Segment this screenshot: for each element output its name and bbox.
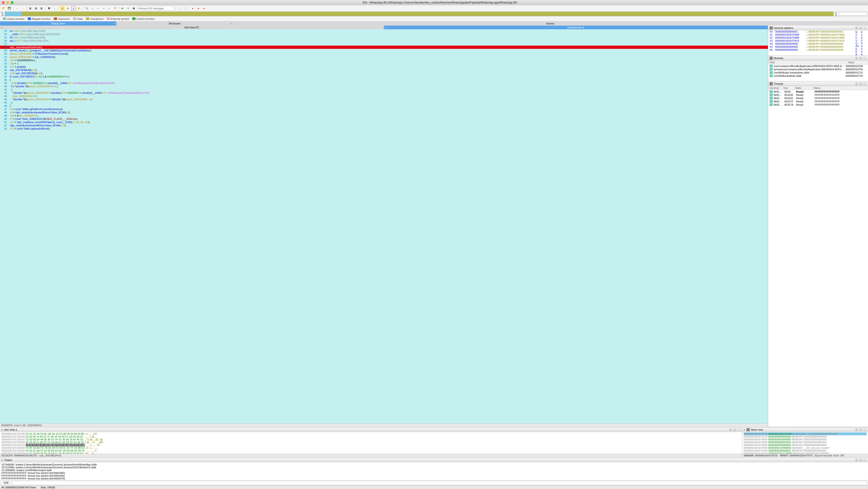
highlight-icon[interactable]: A [60,6,65,11]
panel-btn[interactable]: ⊡ [733,428,737,431]
close-window-icon[interactable] [2,1,5,4]
window-controls [2,1,13,4]
hex-body[interactable]: 0000000103C9A330 F3 41 2E 94 F0 AC 00 D0… [0,432,742,454]
stack-body[interactable]: 000000016DA7FA70 00000001BD234360 libdyl… [742,432,868,454]
titlebar: IDA - WhatsApp.i64 (WhatsApp) /Users/cri… [0,0,868,5]
gdb-input[interactable] [12,481,867,485]
nav-bar: ▶◀ ▶◀ [0,12,868,16]
stop-icon[interactable]: ✕ [113,6,117,11]
nav-search-input[interactable] [839,12,867,15]
stack-status: UNKNOWN 000000016DA7FA70: MEMORY:0000000… [742,454,868,457]
panel-title: Modules [774,57,783,60]
pseudocode-view[interactable]: 23 int v24; // [xsp+28h] [xbp-2D8h]24 __… [0,29,768,423]
tab-ida-view[interactable]: ×IDA View-PC [0,26,384,29]
hex-status: 0191A370 0000000103C9A370: sub_103C9A334… [0,454,742,457]
registers-icon [770,26,773,30]
panel-btn[interactable]: ⊟ [855,26,858,30]
op-icon[interactable]: ÷ [90,6,95,11]
panel-btn[interactable]: ⊡ [859,428,862,431]
panel-title: Threads [774,83,783,85]
zoom-icon[interactable]: 🔍 [85,6,89,11]
nav-arrows-right[interactable]: ▶◀ [834,12,838,16]
op-icon[interactable]: ÷ [96,6,100,11]
back-icon[interactable]: ← [15,6,19,11]
registers-body[interactable]: X0 0000000000000001↘ MEMORY:000000000000… [768,30,868,56]
legend-label: Data [77,18,83,20]
bp-icon[interactable]: ● [190,6,195,11]
tab-structures[interactable]: Structures× [116,22,233,26]
panel-btn[interactable]: ⊟ [855,428,858,431]
panel-btn[interactable]: × [863,428,867,431]
modules-body[interactable]: /var/containers/Bundle/Application/2BE96… [768,64,868,81]
panel-btn[interactable]: ⊟ [855,57,858,60]
close-icon[interactable]: × [1,428,3,431]
col-header[interactable]: Hex [782,86,794,90]
pause-icon[interactable]: ⏸ [126,6,130,11]
close-icon[interactable]: × [114,22,115,25]
tool-icon[interactable]: ▦ [34,6,38,11]
col-header[interactable]: Decimal [768,86,782,90]
down-icon[interactable]: ↓ [52,6,57,11]
col-header[interactable]: Path [768,61,847,64]
modules-icon [770,57,773,60]
panel-btn[interactable]: ⊟ [729,428,732,431]
panel-btn[interactable]: × [737,428,741,431]
panel-btn[interactable]: × [863,458,867,461]
threads-body[interactable]: 6691...661B...ReadyFFFFFFFFFFFFFFFF6692.… [768,90,868,427]
gdb-button[interactable]: GDB [1,481,11,485]
legend-label: External symbol [111,18,129,20]
tab-debug-view[interactable]: Debug View× [0,22,116,26]
zoom-window-icon[interactable] [11,1,13,4]
nav-arrows[interactable]: ▶◀ [0,12,5,16]
op-icon[interactable]: ÷ [107,6,112,11]
stop-debug-icon[interactable]: ◼ [131,6,136,11]
panel-btn[interactable]: ⊟ [855,458,858,461]
close-icon[interactable]: × [1,26,2,29]
text-icon[interactable]: A [66,6,70,11]
panel-btn[interactable]: × [863,26,867,30]
tab-pseudocode[interactable]: ×Pseudocode-A [384,26,768,29]
legend-bar: Library function Regular function Instru… [0,16,868,22]
panel-btn[interactable]: ⊡ [859,26,862,30]
close-icon[interactable]: × [385,26,386,29]
close-icon[interactable]: × [230,22,232,25]
col-header[interactable]: Base [847,61,868,64]
circle-icon[interactable]: ◐ [77,6,82,11]
col-header[interactable]: State [794,86,812,90]
forward-icon[interactable]: → [20,6,25,11]
open-icon[interactable]: 📂 [1,6,6,11]
box-icon[interactable]: A [71,6,76,11]
output-body[interactable]: 107340000: loaded /Library/MobileSubstra… [0,462,868,480]
sub-tabs: ×IDA View-PC ×Pseudocode-A [0,26,768,29]
col-header[interactable]: Name [812,86,868,90]
run-icon[interactable]: ▶ [120,6,125,11]
close-icon[interactable]: × [1,459,3,461]
nav-strip[interactable] [5,12,834,16]
legend-label: Unexplored [90,18,103,20]
panel-btn[interactable]: ⊡ [859,458,862,461]
tool-icon[interactable]: ⬚ [177,6,182,11]
tool-icon[interactable]: ⬢ [47,6,52,11]
panel-btn[interactable]: × [863,82,867,86]
bp-icon[interactable]: ● [202,6,206,11]
threads-icon [770,82,773,86]
close-icon[interactable]: × [744,428,745,431]
legend-label: Instruction [58,18,70,20]
minimize-window-icon[interactable] [6,1,9,4]
status-bar: AC:00000001024A5754 Down Disk: 199GB [0,485,868,489]
panel-title: Hex View-1 [4,428,17,431]
tool-icon[interactable]: ▦ [39,6,44,11]
panel-btn[interactable]: ⊡ [859,82,862,86]
panel-btn[interactable]: ⊡ [859,57,862,60]
tool-icon[interactable]: ⬚ [183,6,187,11]
panel-btn[interactable]: ⊟ [855,82,858,86]
panel-btn[interactable]: × [863,57,867,60]
op-icon[interactable]: ÷ [101,6,106,11]
tool-icon[interactable]: ▦ [28,6,33,11]
debugger-select[interactable]: Remote iOS debugger [137,6,174,10]
gdb-bar: GDB [0,480,868,485]
tab-enums[interactable]: Enums [233,22,868,26]
bp-icon[interactable]: ● [196,6,201,11]
save-icon[interactable]: 💾 [7,6,12,11]
panel-title: Stack view [751,428,763,431]
